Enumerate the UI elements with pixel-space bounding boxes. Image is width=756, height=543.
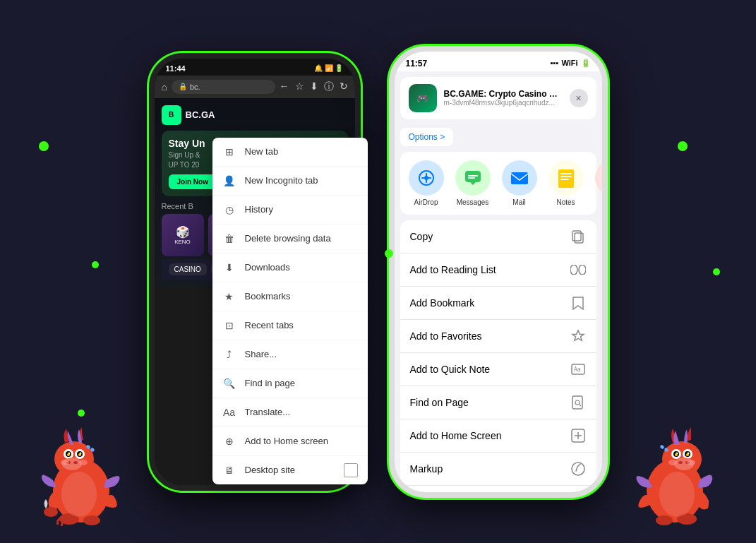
menu-item-desktop-site[interactable]: 🖥 Desktop site	[212, 456, 368, 484]
svg-point-60	[659, 472, 695, 517]
menu-item-find-in-page[interactable]: 🔍 Find in page	[212, 369, 368, 398]
menu-item-delete-browsing[interactable]: 🗑 Delete browsing data	[212, 225, 368, 253]
ios-share-apps-row: AirDrop Messages Mail	[400, 152, 596, 215]
ios-url-subtitle: m-3dvmf48rmsvi3kjup6jaqcnhudz...	[444, 99, 563, 107]
ios-url-title: BC.GAME: Crypto Casino Games & Casino Sl…	[444, 89, 563, 99]
translate-label: Translate...	[245, 407, 291, 417]
nav-back-icon[interactable]: ←	[280, 80, 289, 93]
desktop-icon: 🖥	[222, 463, 236, 477]
bc-title: BC.GA	[186, 109, 215, 120]
svg-point-54	[686, 453, 689, 456]
left-phone-wrapper: 11:44 🔔 📶 🔋 ⌂ 🔒 bc. ← ☆ ⬇	[149, 53, 361, 491]
notes-icon	[548, 160, 584, 196]
svg-point-61	[668, 460, 677, 465]
bookmarks-label: Bookmarks	[245, 291, 291, 302]
quick-note-icon: Aa	[570, 361, 587, 378]
share-icon: ⤴	[222, 347, 236, 362]
home-icon[interactable]: ⌂	[162, 81, 167, 93]
menu-item-recent-tabs[interactable]: ⊡ Recent tabs	[212, 311, 368, 340]
action-print[interactable]: Print	[400, 486, 596, 492]
ios-options-button[interactable]: Options >	[400, 128, 454, 146]
right-dragon-svg	[629, 420, 721, 526]
svg-point-62	[687, 460, 695, 465]
action-add-home-screen[interactable]: Add to Home Screen	[400, 419, 596, 453]
share-label: Share...	[245, 349, 277, 359]
add-home-icon: ⊕	[222, 434, 236, 448]
bc-logo-bar: B BC.GA	[162, 105, 348, 125]
ios-status-icons: ▪▪▪ WiFi 🔋	[551, 59, 591, 68]
join-now-button[interactable]: Join Now	[169, 174, 217, 189]
svg-rect-14	[572, 396, 582, 409]
action-markup[interactable]: Markup	[400, 453, 596, 486]
incognito-icon: 👤	[222, 174, 236, 188]
svg-point-15	[575, 400, 580, 405]
share-app-mail[interactable]: Mail	[502, 160, 537, 206]
svg-point-56	[678, 461, 683, 464]
android-url-bar[interactable]: ⌂ 🔒 bc. ← ☆ ⬇ ⓘ ↻	[155, 76, 355, 98]
delete-browsing-icon: 🗑	[222, 232, 236, 246]
share-app-notes[interactable]: Notes	[548, 160, 584, 206]
downloads-label: Downloads	[245, 262, 290, 273]
android-url-pill[interactable]: 🔒 bc.	[172, 80, 275, 94]
share-app-airdrop[interactable]: AirDrop	[409, 160, 444, 206]
iphone-inner: 11:57 ▪▪▪ WiFi 🔋 🎮	[395, 52, 602, 492]
svg-point-38	[73, 461, 78, 464]
bookmarks-icon: ★	[222, 290, 236, 304]
find-on-page-icon	[570, 394, 587, 411]
right-dragon	[629, 420, 721, 529]
game-icon-1: 🎲	[176, 225, 190, 239]
bg-dot-5	[678, 141, 688, 151]
menu-item-translate[interactable]: Aa Translate...	[212, 398, 368, 427]
desktop-toggle[interactable]	[344, 463, 358, 477]
menu-item-new-tab[interactable]: ⊞ New tab	[212, 138, 368, 167]
delete-browsing-label: Delete browsing data	[245, 233, 331, 244]
download-icon[interactable]: ⬇	[310, 80, 318, 93]
menu-item-downloads[interactable]: ⬇ Downloads	[212, 253, 368, 282]
ios-wifi: WiFi	[561, 59, 577, 68]
iphone-frame: 11:57 ▪▪▪ WiFi 🔋 🎮	[389, 46, 608, 498]
share-app-messages[interactable]: Messages	[455, 160, 491, 206]
url-text: bc.	[190, 83, 200, 91]
mail-icon	[502, 160, 537, 196]
menu-item-bookmarks[interactable]: ★ Bookmarks	[212, 282, 368, 311]
ios-options-row: Options >	[395, 125, 602, 152]
find-in-page-icon: 🔍	[222, 376, 236, 390]
menu-item-incognito[interactable]: 👤 New Incognito tab	[212, 167, 368, 196]
share-app-more[interactable]: Re...	[595, 160, 602, 206]
recent-tabs-icon: ⊡	[222, 318, 236, 333]
casino-badge: CASINO	[169, 263, 207, 275]
ios-battery: 🔋	[581, 59, 591, 68]
star-icon[interactable]: ☆	[295, 80, 304, 93]
iphone-dot-left	[385, 249, 393, 258]
svg-point-44	[79, 460, 88, 465]
ios-share-sheet: 🎮 BC.GAME: Crypto Casino Games & Casino …	[395, 71, 602, 492]
svg-point-53	[675, 453, 678, 456]
info-icon[interactable]: ⓘ	[324, 80, 334, 93]
add-favorites-label: Add to Favorites	[410, 330, 482, 342]
recent-tabs-label: Recent tabs	[245, 320, 294, 330]
right-phone-wrapper: 11:57 ▪▪▪ WiFi 🔋 🎮	[389, 46, 608, 498]
svg-text:Aa: Aa	[574, 366, 581, 373]
reload-icon[interactable]: ↻	[340, 80, 348, 93]
reading-list-icon	[570, 261, 587, 278]
game-card-inner-1: 🎲 KENO	[162, 214, 204, 256]
svg-point-11	[579, 265, 586, 275]
action-copy[interactable]: Copy	[400, 220, 596, 253]
downloads-icon: ⬇	[222, 261, 236, 275]
action-add-bookmark[interactable]: Add Bookmark	[400, 287, 596, 320]
more-apps-icon	[595, 160, 602, 196]
svg-rect-3	[511, 172, 528, 184]
reading-list-label: Add to Reading List	[410, 264, 496, 275]
new-tab-label: New tab	[245, 146, 279, 157]
action-add-favorites[interactable]: Add to Favorites	[400, 320, 596, 353]
menu-item-share[interactable]: ⤴ Share...	[212, 340, 368, 369]
svg-rect-9	[572, 231, 581, 241]
action-reading-list[interactable]: Add to Reading List	[400, 253, 596, 287]
menu-item-add-home[interactable]: ⊕ Add to Home screen	[212, 427, 368, 456]
history-label: History	[245, 204, 273, 215]
action-quick-note[interactable]: Add to Quick Note Aa	[400, 353, 596, 386]
menu-item-history[interactable]: ◷ History	[212, 196, 368, 225]
ios-close-button[interactable]: ×	[570, 89, 588, 107]
add-home-screen-label: Add to Home Screen	[410, 430, 502, 441]
action-find-on-page[interactable]: Find on Page	[400, 386, 596, 419]
